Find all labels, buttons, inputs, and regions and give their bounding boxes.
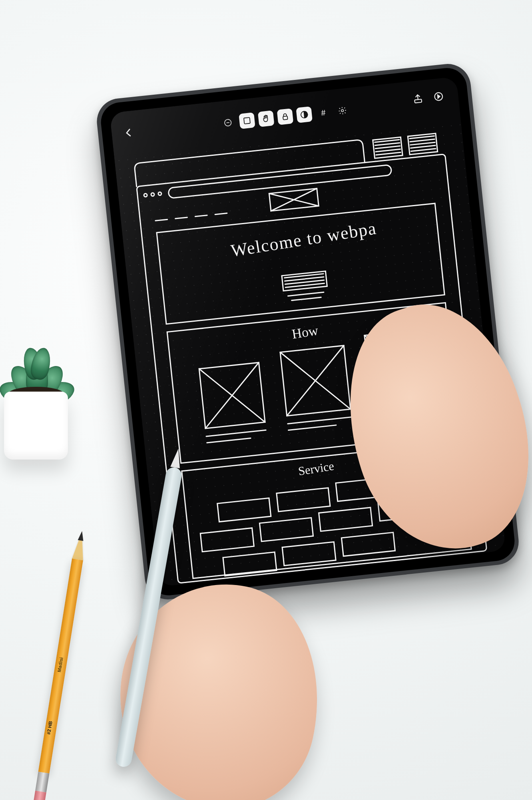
svg-rect-22: [217, 498, 271, 521]
settings-button[interactable]: [334, 102, 351, 119]
plant-pot: [4, 392, 68, 460]
svg-point-4: [341, 109, 344, 112]
succulent-plant: [0, 328, 96, 472]
tab-thumb-2: [408, 133, 437, 155]
export-icon[interactable]: [432, 90, 445, 103]
undo-button[interactable]: [219, 114, 236, 131]
share-icon[interactable]: [411, 92, 424, 105]
svg-rect-29: [319, 507, 373, 531]
svg-point-10: [144, 193, 147, 197]
svg-point-11: [151, 193, 155, 196]
wooden-pencil: Madisi #2 HB: [32, 559, 83, 800]
lock-button[interactable]: [277, 108, 294, 125]
svg-rect-15: [157, 203, 444, 324]
photo-scene: Madisi #2 HB: [0, 0, 532, 800]
svg-rect-2: [283, 116, 288, 119]
svg-rect-1: [244, 117, 250, 124]
svg-rect-27: [200, 528, 254, 551]
topright-actions: [411, 90, 445, 105]
svg-rect-13: [168, 165, 392, 198]
tab-thumb-1: [373, 137, 402, 158]
back-button[interactable]: [122, 127, 135, 142]
svg-rect-5: [414, 99, 422, 103]
contrast-button[interactable]: [296, 106, 313, 123]
toolbar: #: [219, 102, 351, 131]
svg-rect-33: [282, 542, 336, 565]
hand-tool-button[interactable]: [258, 110, 275, 127]
svg-rect-34: [341, 532, 395, 556]
svg-rect-28: [259, 518, 313, 541]
shapes-button[interactable]: [239, 112, 255, 129]
grid-glyph: #: [321, 108, 326, 117]
grid-button[interactable]: #: [315, 104, 332, 121]
svg-point-12: [158, 192, 161, 195]
svg-rect-23: [277, 488, 330, 511]
